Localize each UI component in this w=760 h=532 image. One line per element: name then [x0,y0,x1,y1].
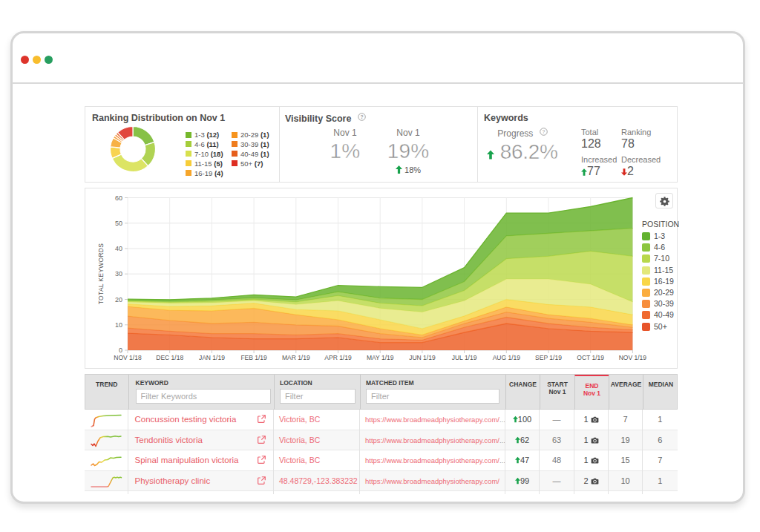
svg-text:60: 60 [115,194,122,202]
svg-text:SEP 1/19: SEP 1/19 [535,354,562,361]
svg-text:MAR 1/19: MAR 1/19 [282,354,310,361]
svg-text:NOV 1/19: NOV 1/19 [619,354,647,361]
svg-text:30: 30 [115,270,122,278]
svg-text:FEB 1/19: FEB 1/19 [240,354,267,361]
svg-text:DEC 1/18: DEC 1/18 [156,354,183,361]
svg-text:JUN 1/19: JUN 1/19 [409,354,436,361]
svg-text:JUL 1/19: JUL 1/19 [452,354,477,361]
svg-text:40: 40 [115,245,122,252]
svg-text:JAN 1/19: JAN 1/19 [199,354,225,361]
svg-text:NOV 1/18: NOV 1/18 [114,354,142,361]
svg-text:?: ? [360,114,363,119]
svg-text:50: 50 [115,220,122,227]
svg-text:OCT 1/19: OCT 1/19 [577,354,604,361]
svg-text:0: 0 [119,347,122,354]
svg-text:AUG 1/19: AUG 1/19 [493,354,521,361]
svg-text:?: ? [542,129,545,134]
svg-text:APR 1/19: APR 1/19 [324,354,352,361]
svg-text:10: 10 [115,321,122,329]
svg-text:20: 20 [115,296,122,303]
svg-text:MAY 1/19: MAY 1/19 [367,354,394,361]
svg-text:TOTAL KEYWORDS: TOTAL KEYWORDS [97,243,105,304]
